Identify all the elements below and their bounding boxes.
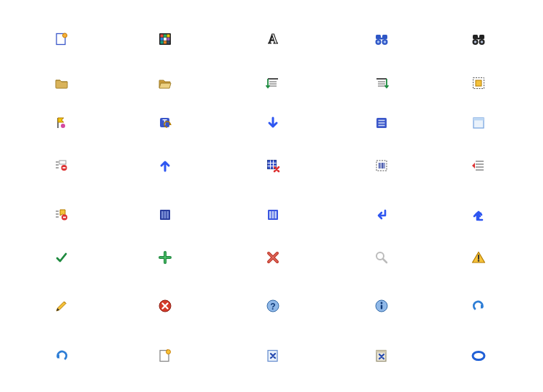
list-lines-icon[interactable]: [374, 116, 389, 130]
ellipse-loop-icon[interactable]: [471, 349, 486, 363]
icon-grid: AT?: [0, 0, 543, 392]
info-circle-icon[interactable]: [374, 299, 389, 313]
svg-rect-91: [381, 305, 382, 310]
flag-pin-icon[interactable]: [54, 116, 69, 130]
svg-text:A: A: [269, 32, 278, 46]
arrow-enter-icon[interactable]: [374, 208, 389, 222]
barcode-partial-icon[interactable]: [374, 158, 389, 173]
table-columns-dark-icon[interactable]: [158, 208, 172, 222]
folder-open-icon[interactable]: [158, 76, 172, 90]
error-circle-icon[interactable]: [158, 299, 172, 313]
task-list-remove-icon[interactable]: [54, 158, 69, 173]
svg-point-97: [167, 350, 171, 354]
document-discard-icon[interactable]: [374, 349, 389, 363]
svg-rect-37: [476, 80, 481, 86]
table-columns-light-icon[interactable]: [266, 208, 280, 222]
svg-rect-12: [167, 41, 170, 44]
table-remove-icon[interactable]: [266, 158, 280, 173]
bookmark-remove-icon[interactable]: [54, 208, 69, 222]
svg-rect-80: [272, 211, 274, 218]
svg-rect-5: [164, 35, 167, 38]
svg-rect-21: [473, 35, 478, 39]
svg-rect-14: [376, 35, 381, 39]
svg-point-101: [473, 352, 484, 360]
arrow-down-icon[interactable]: [266, 116, 280, 130]
svg-rect-9: [167, 38, 170, 41]
svg-rect-8: [164, 38, 167, 41]
text-font-icon[interactable]: A: [266, 32, 280, 46]
svg-point-2: [63, 33, 67, 38]
redo-arrow-icon[interactable]: [471, 299, 486, 313]
document-new-icon[interactable]: [54, 32, 69, 46]
plus-add-icon[interactable]: [158, 250, 172, 265]
pencil-edit-icon[interactable]: [54, 299, 69, 313]
svg-point-38: [61, 124, 65, 128]
indent-top-icon[interactable]: [266, 76, 280, 90]
svg-rect-47: [473, 118, 484, 121]
svg-rect-7: [161, 38, 164, 41]
svg-point-85: [478, 260, 479, 261]
svg-rect-63: [384, 163, 385, 169]
svg-text:?: ?: [270, 302, 275, 312]
svg-rect-100: [376, 351, 386, 353]
svg-rect-20: [380, 38, 383, 40]
svg-rect-10: [161, 41, 164, 44]
svg-rect-76: [164, 211, 167, 218]
svg-rect-81: [274, 211, 277, 218]
magnifier-search-icon[interactable]: [374, 250, 389, 265]
document-blank-new-icon[interactable]: [158, 349, 172, 363]
color-palette-icon[interactable]: [158, 32, 172, 46]
svg-marker-68: [472, 163, 475, 169]
window-blank-icon[interactable]: [471, 116, 486, 130]
svg-rect-77: [167, 211, 169, 218]
warning-triangle-icon[interactable]: [471, 250, 486, 265]
arrow-up-icon[interactable]: [158, 158, 172, 173]
svg-rect-61: [381, 163, 382, 169]
svg-point-26: [481, 41, 484, 43]
svg-point-19: [384, 41, 387, 43]
svg-rect-11: [164, 41, 167, 44]
checkmark-icon[interactable]: [54, 250, 69, 265]
binoculars-black-icon[interactable]: [471, 32, 486, 46]
svg-rect-60: [379, 163, 380, 169]
arrow-up-turn-icon[interactable]: [471, 208, 486, 222]
binoculars-blue-icon[interactable]: [374, 32, 389, 46]
svg-rect-59: [376, 161, 387, 171]
svg-rect-79: [269, 211, 272, 218]
svg-rect-22: [479, 35, 484, 39]
svg-rect-51: [59, 161, 66, 164]
svg-line-83: [383, 259, 387, 263]
svg-rect-6: [167, 35, 170, 38]
svg-point-25: [474, 41, 477, 43]
indent-right-icon[interactable]: [374, 76, 389, 90]
select-all-icon[interactable]: [471, 76, 486, 90]
svg-rect-27: [477, 38, 480, 40]
svg-point-18: [377, 41, 380, 43]
svg-rect-4: [161, 35, 164, 38]
undo-arrow-icon[interactable]: [54, 349, 69, 363]
text-wrap-refresh-icon[interactable]: T: [158, 116, 172, 130]
cross-delete-icon[interactable]: [266, 250, 280, 265]
indent-left-icon[interactable]: [471, 158, 486, 173]
svg-rect-75: [161, 211, 164, 218]
folder-closed-icon[interactable]: [54, 76, 69, 90]
document-close-icon[interactable]: [266, 349, 280, 363]
svg-point-90: [381, 302, 383, 304]
svg-rect-62: [382, 163, 384, 169]
help-question-icon[interactable]: ?: [266, 299, 280, 313]
svg-rect-15: [382, 35, 387, 39]
